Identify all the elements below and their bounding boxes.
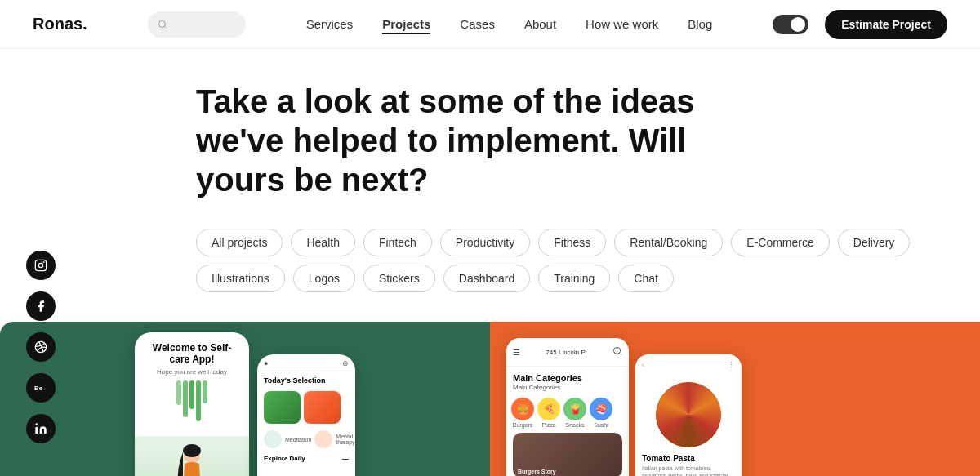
food-card-label: Burgers Story xyxy=(518,469,617,474)
stat-bars xyxy=(143,380,241,421)
nav-item-how-we-work[interactable]: How we work xyxy=(586,17,658,32)
food-location: 745 Lincoln Pl xyxy=(546,349,586,356)
meditation-label: Meditation xyxy=(285,437,311,443)
category-snacks: 🍟 Snacks xyxy=(564,398,586,428)
svg-point-0 xyxy=(158,20,165,27)
nav-item-services[interactable]: Services xyxy=(306,17,354,32)
filter-chat[interactable]: Chat xyxy=(618,265,674,292)
card-meditation xyxy=(264,391,301,424)
menu-icon: ☰ xyxy=(513,348,520,357)
svg-line-7 xyxy=(619,353,621,354)
project-cards: Welcome to Self-care App! Hope you are w… xyxy=(0,322,980,476)
card-food[interactable]: ☰ 745 Lincoln Pl Main Categories Main Ca… xyxy=(490,322,980,476)
svg-rect-8 xyxy=(35,260,46,270)
todays-title: Today's Selection xyxy=(257,371,355,388)
explore-label: Explore Daily xyxy=(264,455,305,462)
food-card-image: Burgers Story xyxy=(513,433,622,476)
hero-heading: Take a look at some of the ideas we've h… xyxy=(196,82,768,199)
more-icon: ⋮ xyxy=(728,361,735,369)
filter-delivery[interactable]: Delivery xyxy=(838,229,911,256)
filter-tags: All projects Health Fintech Productivity… xyxy=(196,229,947,292)
category-sushi: 🍣 Sushi xyxy=(590,398,612,428)
nav-right: Estimate Project xyxy=(773,10,947,39)
phone-todays: ● ⊕ Today's Selection Meditation Mental … xyxy=(257,354,355,476)
nav-item-about[interactable]: About xyxy=(524,17,556,32)
phone2-header: ● ⊕ xyxy=(257,354,355,371)
filter-stickers[interactable]: Stickers xyxy=(363,265,435,292)
filter-fitness[interactable]: Fitness xyxy=(538,229,606,256)
orange-phones-container: ☰ 745 Lincoln Pl Main Categories Main Ca… xyxy=(490,322,980,476)
search-bar[interactable] xyxy=(148,11,246,38)
filter-illustrations[interactable]: Illustrations xyxy=(196,265,285,292)
today-cards xyxy=(257,388,355,427)
svg-point-13 xyxy=(35,423,38,425)
svg-point-9 xyxy=(38,263,42,267)
food-categories-title: Main Categories Main Categories xyxy=(506,367,629,398)
phone-welcome: Welcome to Self-care App! Hope you are w… xyxy=(135,332,249,476)
facebook-icon[interactable] xyxy=(26,291,56,321)
filter-fintech[interactable]: Fintech xyxy=(363,229,432,256)
logo: Ronas. xyxy=(33,15,87,33)
category-pizza: 🍕 Pizza xyxy=(537,398,560,428)
filter-logos[interactable]: Logos xyxy=(293,265,355,292)
food-header: ☰ 745 Lincoln Pl xyxy=(506,338,629,367)
phone-welcome-subtitle: Hope you are well today xyxy=(143,368,241,376)
filter-all[interactable]: All projects xyxy=(196,229,283,256)
back-icon: ‹ xyxy=(642,361,644,369)
food-categories: 🍔 Burgers 🍕 Pizza 🍟 Snacks 🍣 Sushi xyxy=(506,398,629,433)
svg-line-1 xyxy=(164,26,166,28)
food-subtitle: Main Categories xyxy=(513,384,622,391)
card-mental xyxy=(304,391,341,424)
filter-dashboard[interactable]: Dashboard xyxy=(443,265,531,292)
category-burgers: 🍔 Burgers xyxy=(511,398,534,428)
behance-icon[interactable]: Be xyxy=(26,373,56,403)
social-sidebar: Be xyxy=(26,251,56,443)
mental-label: Mental therapy xyxy=(336,434,354,445)
svg-point-10 xyxy=(43,262,44,263)
person-illustration xyxy=(170,444,215,476)
filter-productivity[interactable]: Productivity xyxy=(440,229,530,256)
nav-item-blog[interactable]: Blog xyxy=(688,17,712,32)
nav-links: Services Projects Cases About How we wor… xyxy=(306,17,713,32)
estimate-button[interactable]: Estimate Project xyxy=(825,10,947,39)
theme-toggle[interactable] xyxy=(773,15,808,34)
svg-point-6 xyxy=(613,348,620,354)
main-content: Take a look at some of the ideas we've h… xyxy=(0,49,980,292)
nav-item-cases[interactable]: Cases xyxy=(460,17,495,32)
pasta-title: Tomato Pasta xyxy=(635,447,742,465)
filter-rental[interactable]: Rental/Booking xyxy=(614,229,723,256)
card-selfcare[interactable]: Welcome to Self-care App! Hope you are w… xyxy=(0,322,490,476)
dribbble-icon[interactable] xyxy=(26,332,56,362)
navbar: Ronas. Services Projects Cases About How… xyxy=(0,0,980,49)
phone-welcome-title: Welcome to Self-care App! xyxy=(143,342,241,365)
search-icon xyxy=(158,20,167,29)
pasta-header: ‹ ⋮ xyxy=(635,354,742,369)
filter-training[interactable]: Training xyxy=(538,265,610,292)
phone-container-green: Welcome to Self-care App! Hope you are w… xyxy=(0,322,490,476)
pasta-image xyxy=(656,382,721,447)
thumb-row: Meditation Mental therapy xyxy=(257,427,355,450)
illustration-area xyxy=(135,436,249,476)
pasta-desc: Italian pasta with tomatoes, provencal h… xyxy=(635,465,742,476)
svg-text:Be: Be xyxy=(34,385,43,392)
filter-ecommerce[interactable]: E-Commerce xyxy=(731,229,829,256)
instagram-icon[interactable] xyxy=(26,251,56,280)
filter-health[interactable]: Health xyxy=(291,229,354,256)
nav-item-projects[interactable]: Projects xyxy=(382,17,430,32)
phone-food-main: ☰ 745 Lincoln Pl Main Categories Main Ca… xyxy=(506,338,629,476)
phone-pasta: ‹ ⋮ Tomato Pasta Italian pasta with toma… xyxy=(635,354,742,476)
svg-point-3 xyxy=(183,444,201,457)
explore-btn: Explore Daily — xyxy=(257,450,355,467)
linkedin-icon[interactable] xyxy=(26,414,56,443)
food-search-icon xyxy=(612,345,622,359)
